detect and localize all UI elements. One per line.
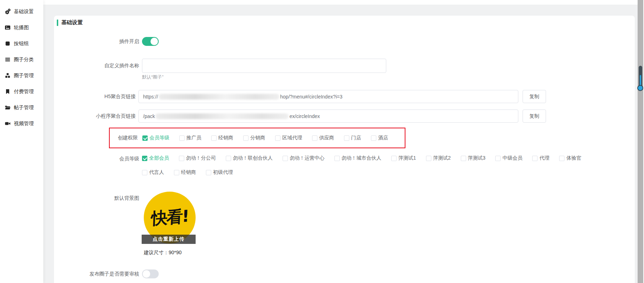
checkbox-label: 萍测试3 <box>468 155 486 161</box>
checkbox-label: 勿动！联创合伙人 <box>233 155 273 161</box>
checkbox-option[interactable]: 萍测试3 <box>461 155 486 161</box>
checkbox-label: 勿动！运营中心 <box>290 155 324 161</box>
checkbox-icon <box>206 170 211 175</box>
checkbox-option[interactable]: 萍测试1 <box>391 155 416 161</box>
sidebar-item-label: 圈子分类 <box>14 57 34 63</box>
checkbox-icon <box>211 135 217 141</box>
checkbox-icon <box>142 156 147 161</box>
size-hint: 建议尺寸：90*90 <box>144 250 182 256</box>
checkbox-label: 会员等级 <box>149 135 169 141</box>
sidebar-item-button-group[interactable]: 按钮组 <box>0 36 43 52</box>
checkbox-option[interactable]: 中级会员 <box>495 155 522 161</box>
vertical-scrollbar[interactable] <box>638 0 643 283</box>
checkbox-label: 萍测试1 <box>398 155 416 161</box>
checkbox-option[interactable]: 体验官 <box>559 155 581 161</box>
checkbox-option[interactable]: 区域代理 <box>275 135 302 141</box>
checkbox-icon <box>426 156 431 161</box>
checkbox-icon <box>312 135 317 141</box>
sidebar-item-carousel[interactable]: 轮播图 <box>0 20 43 36</box>
gears-icon <box>5 9 11 15</box>
sidebar-item-label: 轮播图 <box>14 25 29 31</box>
mini-link-label: 小程序聚合页链接 <box>54 113 136 119</box>
h5-link-row: H5聚合页链接 https:// hop/?menu#/circleIndex?… <box>54 90 546 103</box>
checkbox-option[interactable]: 推广员 <box>179 135 201 141</box>
default-bg-uploader[interactable]: 快看! G 点击重新上传 <box>144 192 196 244</box>
main-area: 基础设置 插件开启 自定义插件名称 默认“圈子” H5聚合页链接 https:/… <box>43 0 644 283</box>
section-header: 基础设置 <box>57 19 83 26</box>
sidebar-item-post-management[interactable]: 帖子管理 <box>0 100 43 116</box>
checkbox-option[interactable]: 经销商 <box>174 169 196 176</box>
h5-link-prefix: https:// <box>143 94 158 100</box>
checkbox-icon <box>142 170 147 175</box>
create-permission-highlight-box: 创建权限 会员等级 推广员 经销商 分销商 区域代理 供应商 门店 酒店 <box>109 128 405 148</box>
checkbox-option[interactable]: 代理 <box>532 155 549 161</box>
plugin-name-input[interactable] <box>142 59 386 73</box>
checkbox-option[interactable]: 萍测试2 <box>426 155 451 161</box>
checkbox-label: 代理 <box>539 155 549 161</box>
checkbox-icon <box>391 156 397 161</box>
checkbox-option[interactable]: 分销商 <box>243 135 265 141</box>
publish-review-label: 发布圈子是否需要审核 <box>54 271 139 277</box>
checkbox-option[interactable]: 酒店 <box>371 135 388 141</box>
checkbox-option[interactable]: 勿动！联创合伙人 <box>226 155 273 161</box>
section-accent-bar <box>57 20 58 26</box>
sidebar-item-label: 付费管理 <box>14 89 34 95</box>
sidebar-item-circle-category[interactable]: 圈子分类 <box>0 52 43 68</box>
checkbox-label: 勿动！分公司 <box>186 155 216 161</box>
checkbox-option[interactable]: 勿动！分公司 <box>179 155 216 161</box>
checkbox-label: 代言人 <box>149 169 164 176</box>
checkbox-label: 初级代理 <box>213 169 233 176</box>
member-level-row: 会员等级 全部会员 勿动！分公司 勿动！联创合伙人 勿动！运营中心 勿动！城市合… <box>54 155 607 176</box>
list-icon <box>5 57 11 63</box>
h5-link-input[interactable]: https:// hop/?menu#/circleIndex?i=3 <box>138 90 518 103</box>
plugin-toggle-switch[interactable] <box>142 37 159 46</box>
checkbox-icon <box>283 156 288 161</box>
sidebar-item-basic-settings[interactable]: 基础设置 <box>0 4 43 20</box>
checkbox-option[interactable]: 代言人 <box>142 169 164 176</box>
default-bg-label: 默认背景图 <box>54 195 139 202</box>
checkbox-option[interactable]: 供应商 <box>312 135 334 141</box>
checkbox-label: 区域代理 <box>282 135 302 141</box>
blurred-url-segment <box>155 113 289 119</box>
mini-copy-button[interactable]: 复制 <box>523 110 546 123</box>
checkbox-icon <box>275 135 280 141</box>
sidebar-item-payment-management[interactable]: 付费管理 <box>0 84 43 100</box>
sidebar-item-label: 视频管理 <box>14 121 34 127</box>
checkbox-icon <box>243 135 249 141</box>
checkbox-label: 门店 <box>351 135 361 141</box>
checkbox-label: 中级会员 <box>502 155 522 161</box>
sidebar-item-video-management[interactable]: 视频管理 <box>0 116 43 132</box>
page-title: 基础设置 <box>61 19 83 26</box>
checkbox-option[interactable]: 全部会员 <box>142 155 169 161</box>
mini-link-input[interactable]: /pack ex/circleIndex <box>138 110 518 123</box>
sidebar-item-label: 帖子管理 <box>14 105 34 111</box>
reupload-button[interactable]: 点击重新上传 <box>142 235 196 244</box>
plugin-toggle-label: 插件开启 <box>54 38 139 45</box>
folder-icon <box>5 105 11 111</box>
checkbox-option[interactable]: 会员等级 <box>142 135 169 141</box>
member-level-options: 全部会员 勿动！分公司 勿动！联创合伙人 勿动！运营中心 勿动！城市合伙人 萍测… <box>142 155 607 176</box>
cubes-icon <box>5 73 11 79</box>
checkbox-option[interactable]: 勿动！运营中心 <box>283 155 324 161</box>
checkbox-option[interactable]: 勿动！城市合伙人 <box>334 155 381 161</box>
checkbox-option[interactable]: 门店 <box>344 135 361 141</box>
plugin-toggle-row: 插件开启 <box>54 37 159 46</box>
mini-link-prefix: /pack <box>143 113 155 119</box>
checkbox-label: 经销商 <box>218 135 233 141</box>
checkbox-option[interactable]: 经销商 <box>211 135 233 141</box>
publish-review-switch[interactable] <box>142 269 159 278</box>
plugin-name-row: 自定义插件名称 <box>54 59 386 73</box>
checkbox-icon <box>179 135 185 141</box>
plugin-name-label: 自定义插件名称 <box>54 63 139 69</box>
square-icon <box>5 41 11 47</box>
checkbox-label: 萍测试2 <box>433 155 451 161</box>
drag-cursor-ball <box>637 85 643 91</box>
h5-copy-button[interactable]: 复制 <box>523 90 546 103</box>
bookmark-icon <box>5 89 11 95</box>
checkbox-option[interactable]: 初级代理 <box>206 169 233 176</box>
sidebar-item-circle-management[interactable]: 圈子管理 <box>0 68 43 84</box>
blurred-url-segment <box>159 94 279 100</box>
toggle-knob <box>151 38 158 45</box>
sidebar: 基础设置 轮播图 按钮组 圈子分类 圈子管理 付费管理 帖子管理 <box>0 0 43 283</box>
mini-link-row: 小程序聚合页链接 /pack ex/circleIndex 复制 <box>54 110 546 123</box>
